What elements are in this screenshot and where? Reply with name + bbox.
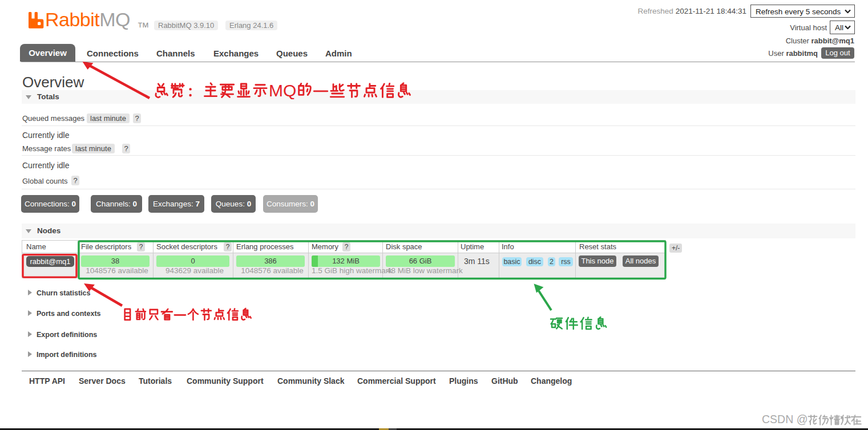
svg-text:CSDN @: CSDN @ [762,413,808,425]
